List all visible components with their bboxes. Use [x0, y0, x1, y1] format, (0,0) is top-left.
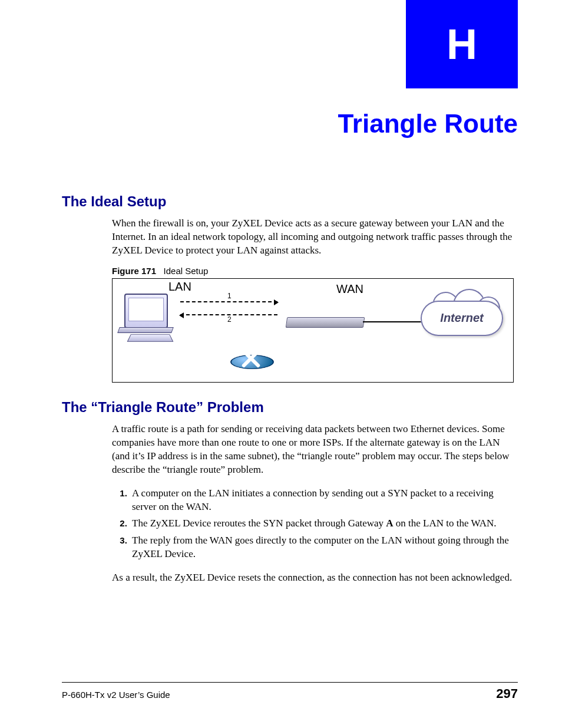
keyboard-icon	[127, 334, 174, 341]
ideal-paragraph: When the firewall is on, your ZyXEL Devi…	[112, 217, 518, 258]
footer-guide-title: P-660H-Tx v2 User’s Guide	[62, 690, 170, 700]
figure-lan-label: LAN	[168, 280, 191, 294]
figure-number: Figure 171	[112, 266, 156, 276]
chapter-letter: H	[447, 20, 477, 68]
chapter-letter-box: H	[406, 0, 518, 88]
internet-cloud-icon: Internet	[418, 292, 506, 342]
figure-title: Ideal Setup	[164, 266, 209, 276]
section-heading-ideal: The Ideal Setup	[62, 193, 518, 210]
page-content: The Ideal Setup When the firewall is on,…	[62, 183, 518, 593]
list-item: A computer on the LAN initiates a connec…	[130, 487, 518, 514]
internet-label: Internet	[418, 311, 506, 325]
arrow-label-2: 2	[227, 315, 232, 324]
section-heading-problem: The “Triangle Route” Problem	[62, 399, 518, 416]
chapter-title: Triangle Route	[59, 109, 518, 139]
computer-icon	[124, 294, 168, 328]
problem-paragraph: A traffic route is a path for sending or…	[112, 423, 518, 477]
computer-base-icon	[117, 327, 174, 333]
list-item: The ZyXEL Device reroutes the SYN packet…	[130, 517, 518, 531]
figure-caption: Figure 171 Ideal Setup	[112, 266, 518, 276]
arrow-1-icon	[180, 301, 277, 302]
figure-wan-label: WAN	[336, 282, 363, 296]
figure-ideal-setup: LAN WAN 1 2 Internet	[112, 278, 514, 383]
problem-conclusion: As a result, the ZyXEL Device resets the…	[112, 571, 518, 585]
page-footer: P-660H-Tx v2 User’s Guide 297	[62, 682, 518, 701]
arrow-label-1: 1	[227, 292, 232, 300]
page-number: 297	[496, 686, 518, 701]
problem-steps-list: A computer on the LAN initiates a connec…	[112, 487, 518, 562]
zyxel-device-icon	[286, 317, 365, 328]
list-item: The reply from the WAN goes directly to …	[130, 534, 518, 561]
